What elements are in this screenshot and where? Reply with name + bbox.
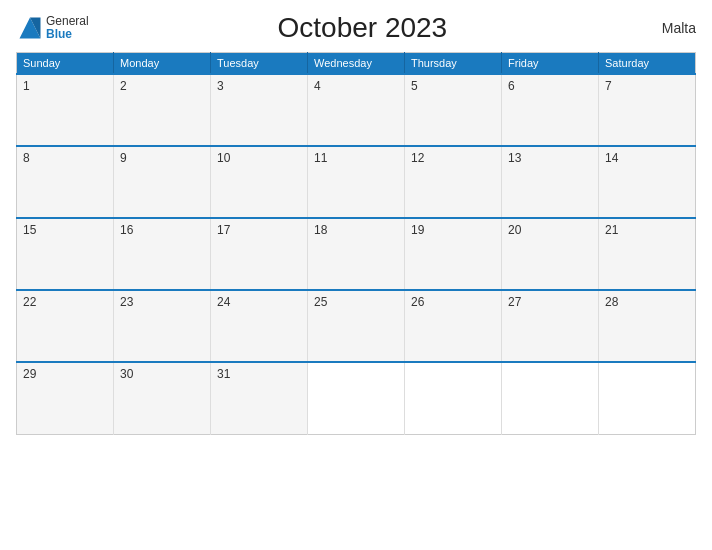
day-number: 10 — [217, 151, 230, 165]
day-number: 16 — [120, 223, 133, 237]
day-number: 1 — [23, 79, 30, 93]
day-number: 5 — [411, 79, 418, 93]
calendar-page: General Blue October 2023 Malta SundayMo… — [0, 0, 712, 550]
calendar-day-cell: 1 — [17, 74, 114, 146]
day-number: 2 — [120, 79, 127, 93]
calendar-week-row: 1234567 — [17, 74, 696, 146]
calendar-day-cell: 28 — [599, 290, 696, 362]
calendar-day-cell: 4 — [308, 74, 405, 146]
calendar-week-row: 293031 — [17, 362, 696, 434]
calendar-day-cell: 2 — [114, 74, 211, 146]
calendar-day-cell — [502, 362, 599, 434]
day-number: 6 — [508, 79, 515, 93]
logo-blue: Blue — [46, 28, 89, 41]
day-number: 26 — [411, 295, 424, 309]
calendar-day-cell: 27 — [502, 290, 599, 362]
country-label: Malta — [636, 20, 696, 36]
day-number: 15 — [23, 223, 36, 237]
calendar-day-cell: 19 — [405, 218, 502, 290]
day-number: 3 — [217, 79, 224, 93]
calendar-day-cell: 11 — [308, 146, 405, 218]
calendar-week-row: 891011121314 — [17, 146, 696, 218]
calendar-day-cell: 25 — [308, 290, 405, 362]
day-number: 24 — [217, 295, 230, 309]
logo-icon — [16, 14, 44, 42]
day-number: 29 — [23, 367, 36, 381]
month-title: October 2023 — [89, 12, 636, 44]
day-number: 23 — [120, 295, 133, 309]
logo-text: General Blue — [46, 15, 89, 41]
weekday-header: Monday — [114, 53, 211, 75]
day-number: 22 — [23, 295, 36, 309]
day-number: 27 — [508, 295, 521, 309]
calendar-body: 1234567891011121314151617181920212223242… — [17, 74, 696, 434]
day-number: 25 — [314, 295, 327, 309]
day-number: 17 — [217, 223, 230, 237]
calendar-day-cell: 22 — [17, 290, 114, 362]
calendar-day-cell: 21 — [599, 218, 696, 290]
calendar-day-cell: 16 — [114, 218, 211, 290]
calendar-day-cell: 14 — [599, 146, 696, 218]
day-number: 14 — [605, 151, 618, 165]
calendar-day-cell: 23 — [114, 290, 211, 362]
calendar-day-cell: 9 — [114, 146, 211, 218]
day-number: 13 — [508, 151, 521, 165]
calendar-day-cell: 31 — [211, 362, 308, 434]
weekday-row: SundayMondayTuesdayWednesdayThursdayFrid… — [17, 53, 696, 75]
calendar-day-cell: 5 — [405, 74, 502, 146]
calendar-day-cell: 12 — [405, 146, 502, 218]
day-number: 12 — [411, 151, 424, 165]
day-number: 20 — [508, 223, 521, 237]
calendar-day-cell: 24 — [211, 290, 308, 362]
calendar-day-cell — [308, 362, 405, 434]
calendar-day-cell: 7 — [599, 74, 696, 146]
calendar-day-cell — [405, 362, 502, 434]
calendar-header: SundayMondayTuesdayWednesdayThursdayFrid… — [17, 53, 696, 75]
calendar-day-cell: 8 — [17, 146, 114, 218]
day-number: 8 — [23, 151, 30, 165]
calendar-day-cell: 15 — [17, 218, 114, 290]
weekday-header: Tuesday — [211, 53, 308, 75]
weekday-header: Friday — [502, 53, 599, 75]
day-number: 19 — [411, 223, 424, 237]
day-number: 21 — [605, 223, 618, 237]
day-number: 28 — [605, 295, 618, 309]
day-number: 9 — [120, 151, 127, 165]
weekday-header: Sunday — [17, 53, 114, 75]
weekday-header: Saturday — [599, 53, 696, 75]
day-number: 18 — [314, 223, 327, 237]
weekday-header: Wednesday — [308, 53, 405, 75]
calendar-day-cell: 18 — [308, 218, 405, 290]
day-number: 30 — [120, 367, 133, 381]
calendar-day-cell: 17 — [211, 218, 308, 290]
logo: General Blue — [16, 14, 89, 42]
calendar-day-cell: 30 — [114, 362, 211, 434]
calendar-day-cell: 10 — [211, 146, 308, 218]
calendar-day-cell: 3 — [211, 74, 308, 146]
calendar-day-cell: 29 — [17, 362, 114, 434]
calendar-day-cell: 13 — [502, 146, 599, 218]
calendar-week-row: 22232425262728 — [17, 290, 696, 362]
page-header: General Blue October 2023 Malta — [16, 12, 696, 44]
day-number: 31 — [217, 367, 230, 381]
calendar-table: SundayMondayTuesdayWednesdayThursdayFrid… — [16, 52, 696, 435]
day-number: 11 — [314, 151, 327, 165]
calendar-day-cell — [599, 362, 696, 434]
calendar-week-row: 15161718192021 — [17, 218, 696, 290]
day-number: 7 — [605, 79, 612, 93]
day-number: 4 — [314, 79, 321, 93]
weekday-header: Thursday — [405, 53, 502, 75]
calendar-day-cell: 6 — [502, 74, 599, 146]
calendar-day-cell: 26 — [405, 290, 502, 362]
calendar-day-cell: 20 — [502, 218, 599, 290]
